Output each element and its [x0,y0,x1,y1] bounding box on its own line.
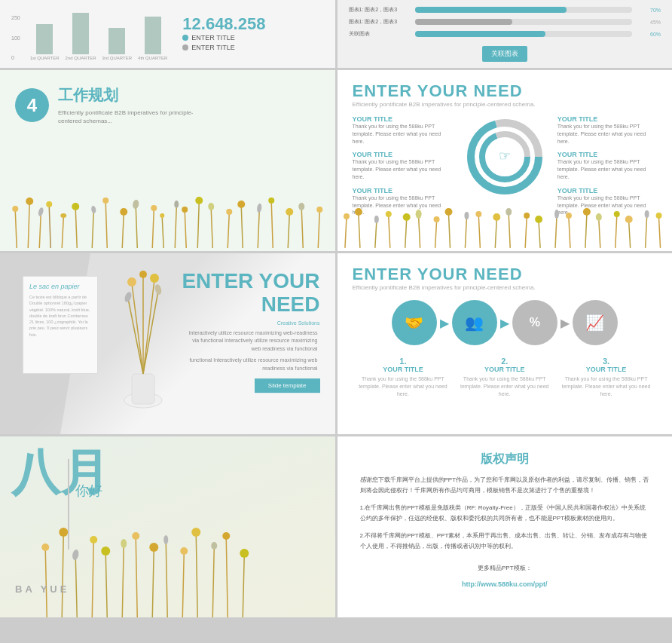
svg-point-29 [195,197,203,204]
ey-main-title: ENTER YOUR NEED [353,81,658,101]
svg-point-120 [132,532,139,540]
cell-top-left: 250 100 0 1st QUARTER 2nd QUARTER 3rd QU… [0,0,335,68]
vase-svg [117,261,170,427]
svg-line-73 [509,214,510,248]
svg-point-94 [655,213,661,219]
svg-line-69 [478,216,480,248]
process-arrow-2: ▶ [500,316,509,330]
process-row: 🤝 ▶ 👥 ▶ % ▶ 📈 [353,300,658,345]
svg-line-125 [182,553,184,617]
flowers-bottom-left [0,180,335,251]
svg-point-5 [38,207,44,216]
section-header: 4 工作规划 Efficiently pontificate B2B imper… [15,85,320,125]
svg-point-9 [60,213,66,218]
ey-item-left-2: YOUR TITLE Thank you for using the 588ku… [353,151,452,180]
svg-line-129 [212,548,214,617]
svg-point-108 [41,543,49,551]
cell-row3-left: Le sac en papier Ce texte est blibique a… [0,253,335,434]
action-button[interactable]: 关联图表 [482,46,527,62]
svg-point-80 [554,210,559,219]
svg-line-131 [226,538,228,617]
r3r-main-title: ENTER YOUR NEED [353,265,658,284]
flowers-svg-r2 [338,203,673,248]
process-col-3: 3. YOUR TITLE Thank you for using the 58… [561,357,652,397]
process-col-2: 2. YOUR TITLE Thank you for using the 58… [460,357,550,397]
slide3-background: Le sac en papier Ce texte est blibique a… [0,253,335,434]
svg-point-105 [124,291,133,303]
svg-point-15 [102,197,108,204]
svg-line-133 [243,556,244,617]
svg-point-23 [160,213,164,218]
copyright-more-area: 更多精品PPT模板： http://www.588ku.com/ppt/ [360,559,650,587]
legend-item-1: ENTER TITLE [182,34,280,41]
svg-point-68 [464,212,469,219]
svg-line-2 [28,203,29,248]
bar-group-2: 2nd QUARTER [66,13,96,60]
col3-num: 3. [561,357,652,366]
flowers-bottom-r2 [338,203,673,251]
svg-line-24 [175,207,176,248]
col3-text: Thank you for using the 588ku PPT templa… [561,375,652,397]
svg-point-35 [237,201,245,208]
process-circle-1: 🤝 [392,300,437,345]
svg-line-119 [136,538,137,617]
copyright-more-label: 更多精品PPT模板： [478,565,532,571]
svg-point-72 [493,213,500,221]
svg-line-77 [539,222,540,248]
svg-point-88 [613,211,619,217]
copyright-title: 版权声明 [360,452,650,467]
svg-line-18 [136,207,137,248]
slide3-desc2: functional Interactively utilize resourc… [182,357,317,372]
section-title-area: 工作规划 Efficiently pontificate B2B imperat… [58,85,209,125]
svg-point-66 [444,208,452,216]
svg-line-111 [75,557,77,617]
progress-bg-2 [415,19,633,25]
r3r-subtitle: Efficiently pontificate B2B imperatives … [353,284,658,291]
svg-line-65 [448,214,450,248]
svg-line-57 [388,216,389,248]
col1-num: 1. [358,357,448,366]
bar-4 [145,17,161,54]
svg-text:☞: ☞ [499,149,511,164]
svg-point-25 [174,201,179,208]
progress-fill-3 [415,31,545,37]
col1-title: YOUR TITLE [358,366,448,373]
svg-point-126 [180,547,188,555]
svg-line-67 [465,218,466,248]
svg-line-16 [122,214,124,248]
svg-line-30 [211,209,212,248]
svg-point-37 [256,204,262,213]
progress-content: 图表1: 图表2，图表3 70% 图表1: 图表2，图表3 45% 关联图表 6… [349,6,661,62]
svg-line-81 [568,218,570,248]
aug-en-text: BA YUE [15,583,69,595]
col2-num: 2. [460,357,550,366]
svg-line-4 [39,214,41,248]
legend-item-2: ENTER TITLE [182,44,280,51]
bar-group-1: 1st QUARTER [30,24,60,60]
svg-line-71 [495,219,496,248]
svg-point-128 [191,528,200,537]
svg-line-28 [197,203,199,248]
slide3-desc1: Interactively utilize resource maximizin… [182,329,317,354]
ey-subtitle: Efficiently pontificate B2B imperatives … [353,101,658,108]
slide3-big-title-2: NEED [182,293,319,317]
svg-line-99 [143,280,154,374]
aug-slide: 八月 你好 BA YUE [0,436,335,617]
copyright-link[interactable]: http://www.588ku.com/ppt/ [360,580,650,588]
slide3-creative: Creative Solutions [182,320,319,326]
chart-area: 250 100 0 1st QUARTER 2nd QUARTER 3rd QU… [11,8,167,60]
hello-text: 你好 [75,482,102,500]
svg-line-75 [525,218,527,248]
section-number: 4 [15,88,49,122]
donut-chart: ☞ [463,115,546,198]
bar-1 [36,24,53,54]
svg-point-104 [150,274,159,283]
svg-point-21 [151,205,157,211]
process-circle-3: % [512,300,557,345]
progress-row-2: 图表1: 图表2，图表3 45% [349,18,661,26]
svg-line-10 [75,209,77,248]
svg-line-83 [585,214,586,248]
svg-point-82 [565,213,571,219]
svg-point-74 [506,208,512,216]
slide-template-button[interactable]: Slide template [255,378,320,393]
